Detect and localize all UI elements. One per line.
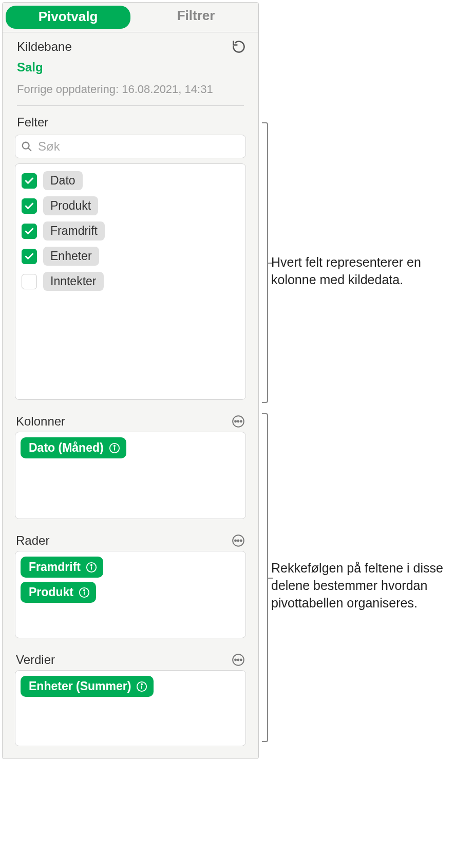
field-chip[interactable]: Inntekter [43, 272, 104, 291]
zone-pill[interactable]: Dato (Måned) [21, 437, 126, 458]
tab-filter[interactable]: Filtrer [134, 3, 258, 32]
columns-dropzone[interactable]: Dato (Måned) [15, 432, 246, 519]
field-checkbox[interactable] [22, 249, 37, 264]
more-icon[interactable] [232, 534, 245, 547]
svg-point-9 [235, 540, 236, 541]
field-checkbox[interactable] [22, 274, 37, 289]
info-icon[interactable] [109, 442, 120, 454]
field-checkbox[interactable] [22, 198, 37, 214]
values-dropzone[interactable]: Enheter (Summer) [15, 670, 246, 746]
field-chip[interactable]: Produkt [43, 196, 98, 215]
callouts-region: Hvert felt representerer en kolonne med … [259, 2, 472, 759]
pill-label: Enheter (Summer) [29, 679, 131, 693]
field-item: Inntekter [20, 269, 241, 294]
rows-dropzone[interactable]: Framdrift Produkt [15, 551, 246, 638]
zone-pill[interactable]: Enheter (Summer) [21, 676, 154, 697]
field-chip[interactable]: Framdrift [43, 221, 105, 241]
field-item: Dato [20, 168, 241, 193]
svg-point-21 [240, 659, 242, 660]
callout-fields: Hvert felt representerer en kolonne med … [271, 254, 466, 289]
svg-point-3 [237, 420, 239, 422]
svg-point-20 [237, 659, 239, 660]
tab-bar: Pivotvalg Filtrer [3, 3, 258, 32]
svg-point-7 [114, 445, 115, 446]
field-checkbox[interactable] [22, 224, 37, 239]
pill-label: Produkt [29, 585, 73, 599]
source-name: Salg [3, 57, 258, 78]
svg-point-19 [235, 659, 236, 660]
info-icon[interactable] [79, 587, 90, 598]
pill-label: Framdrift [29, 560, 81, 574]
source-heading: Kildebane [17, 40, 72, 54]
svg-point-24 [141, 684, 142, 685]
svg-point-11 [240, 540, 242, 541]
more-icon[interactable] [232, 653, 245, 667]
svg-point-10 [237, 540, 239, 541]
rows-heading: Rader [16, 533, 49, 548]
field-checkbox[interactable] [22, 173, 37, 189]
fields-heading: Felter [17, 115, 48, 130]
tab-pivot[interactable]: Pivotvalg [6, 6, 130, 29]
fields-list: Dato Produkt Framdrift Enheter Inntekter [15, 163, 246, 400]
field-chip[interactable]: Enheter [43, 247, 99, 266]
values-heading: Verdier [16, 653, 55, 667]
zone-pill[interactable]: Produkt [21, 582, 96, 603]
more-icon[interactable] [232, 415, 245, 428]
svg-point-2 [235, 420, 236, 422]
callout-bracket [262, 413, 268, 742]
refresh-icon[interactable] [232, 40, 246, 54]
search-input[interactable] [15, 135, 246, 158]
svg-point-4 [240, 420, 242, 422]
info-icon[interactable] [136, 681, 147, 692]
zone-pill[interactable]: Framdrift [21, 557, 103, 578]
source-updated: Forrige oppdatering: 16.08.2021, 14:31 [3, 78, 258, 105]
field-chip[interactable]: Dato [43, 171, 83, 190]
field-item: Enheter [20, 244, 241, 269]
svg-point-17 [84, 589, 85, 590]
callout-bracket [262, 122, 268, 403]
svg-point-14 [91, 564, 92, 565]
search-icon [21, 141, 32, 152]
field-item: Produkt [20, 193, 241, 218]
callout-zones: Rekkefølgen på feltene i disse delene be… [271, 560, 466, 612]
info-icon[interactable] [86, 562, 97, 573]
pivot-options-panel: Pivotvalg Filtrer Kildebane Salg Forrige… [2, 2, 259, 759]
field-item: Framdrift [20, 218, 241, 244]
pill-label: Dato (Måned) [29, 441, 104, 455]
columns-heading: Kolonner [16, 414, 65, 429]
